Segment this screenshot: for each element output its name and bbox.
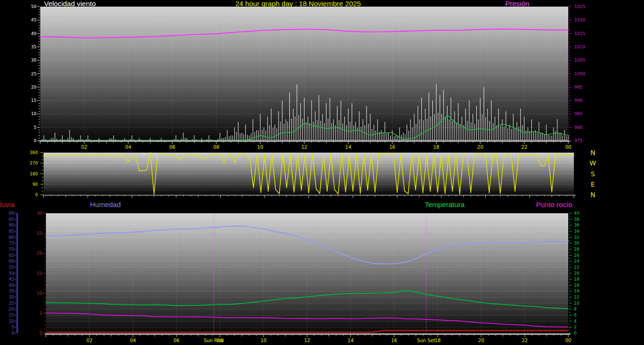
svg-text:08: 08	[213, 145, 219, 150]
svg-text:45: 45	[31, 18, 36, 22]
svg-text:Sun Set: Sun Set	[417, 338, 436, 343]
svg-text:990: 990	[574, 98, 582, 103]
svg-text:N: N	[590, 191, 595, 199]
svg-text:16: 16	[574, 283, 580, 288]
svg-text:985: 985	[574, 111, 582, 116]
svg-text:40: 40	[31, 31, 37, 36]
svg-text:14: 14	[345, 145, 351, 150]
svg-text:02: 02	[87, 338, 93, 343]
svg-text:25: 25	[31, 72, 36, 76]
svg-text:980: 980	[574, 125, 582, 130]
svg-text:20: 20	[477, 145, 483, 150]
svg-text:20: 20	[31, 85, 37, 90]
svg-text:16: 16	[391, 338, 397, 343]
svg-text:75: 75	[9, 241, 14, 245]
svg-text:80: 80	[9, 235, 15, 240]
svg-text:30: 30	[37, 211, 43, 216]
svg-text:25: 25	[9, 301, 14, 306]
svg-text:45: 45	[9, 277, 14, 281]
svg-text:00: 00	[565, 145, 572, 150]
svg-text:10: 10	[260, 338, 267, 343]
svg-text:70: 70	[9, 247, 15, 252]
svg-text:6: 6	[574, 313, 577, 318]
svg-text:22: 22	[574, 265, 579, 270]
svg-text:4: 4	[574, 319, 577, 324]
svg-text:06: 06	[173, 338, 179, 343]
svg-text:38: 38	[574, 217, 580, 222]
svg-text:55: 55	[9, 265, 14, 270]
svg-text:1000: 1000	[574, 72, 585, 76]
svg-text:50: 50	[9, 271, 15, 276]
svg-text:00: 00	[9, 211, 15, 216]
svg-text:1025: 1025	[574, 4, 585, 9]
temperature-title: Temperatura	[425, 201, 465, 208]
svg-text:18: 18	[433, 145, 439, 150]
svg-text:0: 0	[574, 331, 577, 336]
svg-text:30: 30	[9, 295, 15, 300]
svg-text:E: E	[591, 181, 595, 188]
svg-text:0: 0	[35, 192, 38, 197]
svg-text:14: 14	[348, 338, 354, 343]
svg-text:1020: 1020	[574, 18, 585, 22]
svg-text:20: 20	[37, 251, 43, 255]
svg-text:14: 14	[574, 289, 580, 293]
svg-text:0: 0	[11, 331, 14, 336]
dew-point-title: Punto rocío	[536, 201, 572, 208]
svg-text:8: 8	[574, 307, 577, 311]
svg-text:04: 04	[130, 338, 136, 343]
svg-text:10: 10	[574, 301, 580, 306]
svg-text:1015: 1015	[574, 31, 585, 36]
svg-text:16: 16	[389, 145, 395, 150]
svg-text:0: 0	[34, 138, 36, 143]
svg-text:34: 34	[574, 229, 580, 234]
svg-text:35: 35	[9, 289, 14, 293]
svg-text:360: 360	[30, 150, 38, 155]
svg-text:85: 85	[9, 229, 14, 234]
page-title: 24 hour graph day : 18 Noviembre 2025	[235, 0, 361, 7]
svg-text:30: 30	[31, 58, 37, 63]
svg-text:20: 20	[478, 338, 484, 343]
svg-text:22: 22	[521, 145, 528, 150]
svg-text:50: 50	[31, 4, 37, 9]
svg-text:20: 20	[9, 307, 15, 311]
svg-text:24: 24	[574, 259, 580, 263]
svg-text:2: 2	[574, 325, 577, 329]
svg-text:30: 30	[574, 241, 580, 245]
charts-canvas: 5045403530252015105010251020101510101005…	[0, 0, 644, 345]
svg-text:1005: 1005	[574, 58, 585, 63]
svg-text:180: 180	[30, 172, 38, 176]
svg-text:5: 5	[11, 325, 14, 329]
svg-text:18: 18	[574, 277, 580, 281]
svg-text:90: 90	[33, 182, 38, 187]
svg-text:15: 15	[31, 98, 36, 103]
svg-text:00: 00	[565, 338, 572, 343]
svg-text:32: 32	[574, 235, 579, 240]
svg-text:10: 10	[9, 319, 15, 324]
svg-text:0: 0	[39, 331, 42, 336]
svg-text:02: 02	[81, 145, 88, 150]
svg-text:06: 06	[169, 145, 175, 150]
svg-text:25: 25	[37, 231, 42, 236]
svg-text:95: 95	[9, 217, 14, 222]
svg-text:10: 10	[31, 111, 37, 116]
svg-text:12: 12	[574, 295, 579, 300]
svg-text:60: 60	[9, 259, 15, 263]
svg-text:5: 5	[34, 125, 36, 130]
svg-text:995: 995	[574, 85, 582, 90]
humidity-title: Humedad	[90, 201, 121, 208]
svg-text:15: 15	[37, 271, 42, 276]
svg-text:12: 12	[304, 338, 310, 343]
svg-text:40: 40	[574, 211, 580, 216]
rain-title: lluvia	[0, 201, 15, 208]
svg-text:10: 10	[37, 291, 43, 296]
svg-text:5: 5	[39, 311, 42, 316]
svg-text:S: S	[591, 170, 595, 178]
svg-text:10: 10	[257, 145, 263, 150]
svg-text:Sun Rise: Sun Rise	[204, 338, 224, 343]
svg-text:65: 65	[9, 253, 14, 258]
svg-text:1010: 1010	[574, 45, 585, 49]
wind-speed-title: Velocidad viento	[44, 0, 96, 7]
climate-panel: 0095908580757065605550454035302520151050…	[9, 211, 580, 343]
svg-text:90: 90	[9, 223, 15, 227]
svg-text:975: 975	[574, 138, 582, 143]
